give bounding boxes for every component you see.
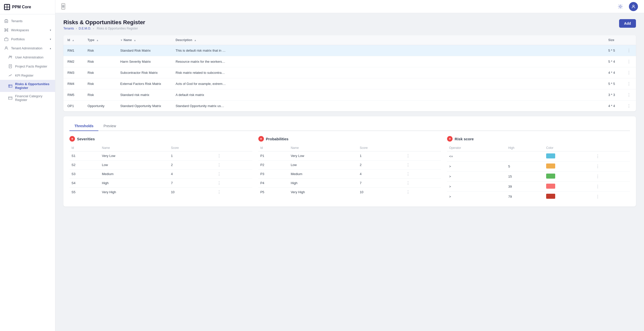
sidebar-navigation: Tenants Workspaces ▾ Portfolios ▾ (0, 14, 55, 331)
sidebar-item-tenant-admin[interactable]: Tenant Administration ▴ (0, 44, 55, 53)
severities-body: S1 Very Low 1 ⋮ S2 Low 2 ⋮ S3 Medium 4 ⋮… (69, 151, 252, 197)
sidebar-item-tenants[interactable]: Tenants (0, 16, 55, 25)
cell-size: 4 * 4 (604, 101, 622, 112)
svg-point-10 (5, 28, 6, 29)
prob-col-score: Score (358, 145, 403, 151)
risk-score-title: Risk score (455, 137, 474, 141)
prob-menu-button[interactable]: ⋮ (405, 171, 411, 177)
top-bar-actions (616, 2, 638, 11)
add-button[interactable]: Add (619, 19, 636, 28)
prob-menu-button[interactable]: ⋮ (405, 189, 411, 195)
rs-col-high: High (506, 145, 544, 151)
prob-name: High (289, 179, 358, 188)
cell-name: Harm Severity Matrix (116, 56, 172, 67)
tab-thresholds[interactable]: Thresholds (69, 121, 98, 131)
severity-row: S5 Very High 10 ⋮ (69, 188, 252, 197)
table-row[interactable]: OP1 Opportunity Standard Opportunity Mat… (63, 101, 636, 112)
sidebar-item-user-admin[interactable]: User Administration (0, 53, 55, 62)
cell-name: External Factors Risk Matrix (116, 78, 172, 89)
prob-menu-button[interactable]: ⋮ (405, 153, 411, 159)
sev-menu-button[interactable]: ⋮ (216, 189, 222, 195)
sev-id: S2 (69, 160, 100, 170)
sev-name: High (100, 179, 169, 188)
cell-action: ⋮ (622, 67, 636, 78)
prob-action: ⋮ (403, 151, 441, 160)
row-menu-button[interactable]: ⋮ (626, 103, 632, 109)
table-row[interactable]: RM4 Risk External Factors Risk Matrix Ac… (63, 78, 636, 89)
rs-menu-button[interactable]: ⋮ (595, 163, 601, 170)
color-swatch (546, 184, 555, 189)
app-logo-icon (4, 4, 10, 10)
risks-register-label: Risks & Opportunities Register (15, 82, 51, 90)
sev-score: 1 (169, 151, 214, 160)
severity-row: S4 High 7 ⋮ (69, 179, 252, 188)
rs-menu-button[interactable]: ⋮ (595, 153, 601, 159)
sidebar-item-financial[interactable]: Financial Category Register (0, 92, 55, 104)
sev-score: 4 (169, 170, 214, 179)
cell-name: Standard Opportunity Matrix (116, 101, 172, 112)
kpi-icon (8, 73, 13, 78)
sev-menu-button[interactable]: ⋮ (216, 171, 222, 177)
row-menu-button[interactable]: ⋮ (626, 58, 632, 65)
sev-menu-button[interactable]: ⋮ (216, 162, 222, 168)
sev-col-id: Id (69, 145, 100, 151)
cell-size: 4 * 4 (604, 67, 622, 78)
breadcrumb-tenants[interactable]: Tenants (63, 27, 74, 30)
risk-score-add-button[interactable]: + (447, 136, 453, 142)
row-menu-button[interactable]: ⋮ (626, 70, 632, 76)
row-menu-button[interactable]: ⋮ (626, 47, 632, 54)
severity-row: S2 Low 2 ⋮ (69, 160, 252, 170)
prob-name: Very High (289, 188, 358, 197)
table-row[interactable]: RM3 Risk Subcontractor Risk Matrix Risk … (63, 67, 636, 78)
table-row[interactable]: RM5 Risk Standard risk matrix A default … (63, 89, 636, 101)
cell-description: Standard Opportunity matrix used in all … (172, 101, 604, 112)
prob-menu-button[interactable]: ⋮ (405, 162, 411, 168)
cell-action: ⋮ (622, 89, 636, 101)
settings-button[interactable] (616, 2, 625, 11)
svg-point-12 (5, 30, 6, 31)
severity-row: S1 Very Low 1 ⋮ (69, 151, 252, 160)
svg-rect-6 (7, 21, 7, 21)
sidebar-item-workspaces[interactable]: Workspaces ▾ (0, 25, 55, 35)
hamburger-button[interactable]: ≡ (61, 3, 65, 10)
tab-preview[interactable]: Preview (98, 121, 121, 131)
probability-row: P1 Very Low 1 ⋮ (258, 151, 441, 160)
sev-id: S4 (69, 179, 100, 188)
sev-id: S1 (69, 151, 100, 160)
user-avatar[interactable] (629, 2, 638, 11)
sev-menu-button[interactable]: ⋮ (216, 153, 222, 159)
row-menu-button[interactable]: ⋮ (626, 92, 632, 98)
sev-score: 10 (169, 188, 214, 197)
svg-rect-2 (5, 7, 7, 9)
svg-point-16 (9, 56, 11, 57)
table-row[interactable]: RM2 Risk Harm Severity Matrix Resource m… (63, 56, 636, 67)
rs-menu-button[interactable]: ⋮ (595, 193, 601, 200)
svg-rect-3 (7, 7, 9, 9)
tenants-label: Tenants (11, 19, 51, 23)
cell-action: ⋮ (622, 45, 636, 56)
rs-menu-button[interactable]: ⋮ (595, 183, 601, 190)
rs-operator: > (447, 161, 506, 172)
rs-action: ⋮ (593, 151, 630, 161)
sev-menu-button[interactable]: ⋮ (216, 180, 222, 186)
probabilities-section: + Probabilities Id Name Score (258, 136, 441, 202)
filter-icon-name: ▼ (120, 39, 123, 42)
sidebar-item-risks-register[interactable]: Risks & Opportunities Register (0, 80, 55, 92)
risk-score-table: Operator High Color <= ⋮ > 5 ⋮ > 1 (447, 145, 630, 202)
sidebar-item-kpi[interactable]: KPI Register (0, 71, 55, 80)
severities-add-button[interactable]: + (69, 136, 75, 142)
sidebar-item-portfolios[interactable]: Portfolios ▾ (0, 35, 55, 44)
svg-rect-25 (9, 97, 12, 100)
table-row[interactable]: RM1 Risk Standard Risk Matrix This is de… (63, 45, 636, 56)
rs-color (544, 151, 593, 161)
rs-menu-button[interactable]: ⋮ (595, 173, 601, 180)
prob-menu-button[interactable]: ⋮ (405, 180, 411, 186)
col-header-description: Description ▲ (172, 35, 604, 45)
sort-icon-id: ▲ (72, 39, 74, 42)
sidebar-item-project-facts[interactable]: Project Facts Register (0, 62, 55, 71)
breadcrumb-demo[interactable]: D.E.M.O. (79, 27, 91, 30)
cell-type: Risk (84, 78, 116, 89)
probabilities-add-button[interactable]: + (258, 136, 264, 142)
row-menu-button[interactable]: ⋮ (626, 81, 632, 87)
svg-rect-0 (5, 5, 7, 7)
